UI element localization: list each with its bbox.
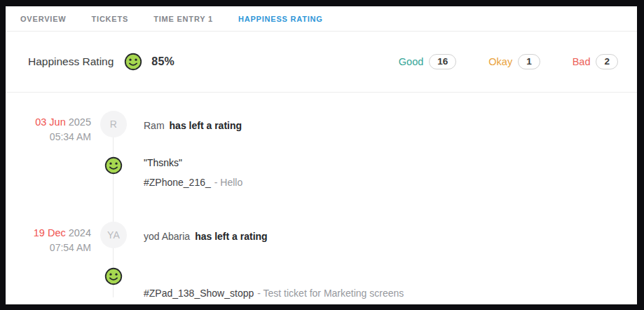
- happy-face-icon: [104, 267, 123, 285]
- tab-happiness-rating[interactable]: HAPPINESS RATING: [238, 15, 323, 23]
- contact-name: Ram: [144, 120, 165, 131]
- tab-tickets[interactable]: TICKETS: [92, 15, 129, 23]
- ticket-id-link[interactable]: #ZPad_138_Show_stopp: [144, 288, 254, 299]
- entry-title: yod Abariahas left a rating: [136, 222, 637, 255]
- stat-good[interactable]: Good 16: [399, 54, 457, 69]
- rating-comment: "Thsnks": [144, 154, 637, 172]
- entry-rating-row: "Thsnks" #ZPhone_216_- Hello: [6, 154, 637, 189]
- entry-title: Ramhas left a rating: [136, 111, 637, 144]
- happiness-header: Happiness Rating 85% Good 16 Okay 1 Bad …: [6, 32, 637, 93]
- stat-bad[interactable]: Bad 2: [573, 54, 618, 69]
- rating-details: "Thsnks" #ZPhone_216_- Hello: [136, 154, 637, 189]
- page-title: Happiness Rating: [28, 55, 114, 68]
- rating-icon-column: [91, 154, 136, 189]
- stat-okay-label: Okay: [488, 56, 512, 67]
- avatar: YA: [100, 222, 127, 248]
- ticket-reference: #ZPad_138_Show_stopp- Test ticket for Ma…: [144, 286, 637, 300]
- happy-face-icon: [124, 53, 142, 71]
- rating-stats: Good 16 Okay 1 Bad 2: [399, 54, 618, 69]
- entry-date: 03 Jun: [35, 116, 66, 128]
- stat-okay[interactable]: Okay 1: [488, 54, 540, 69]
- entry-date: 19 Dec: [34, 227, 66, 238]
- tab-bar: OVERVIEW TICKETS TIME ENTRY 1 HAPPINESS …: [6, 6, 637, 32]
- entry-time: 07:54 AM: [6, 241, 91, 255]
- entry-datetime: 03 Jun2025 05:34 AM: [6, 111, 91, 144]
- rating-entry: 19 Dec2024 07:54 AM YA yod Abariahas lef…: [6, 222, 637, 300]
- avatar-column: R: [91, 111, 136, 144]
- entry-header-row: 19 Dec2024 07:54 AM YA yod Abariahas lef…: [6, 222, 637, 255]
- happy-face-icon: [104, 156, 123, 175]
- happiness-score: 85%: [151, 55, 174, 68]
- ticket-subject: - Hello: [214, 177, 242, 188]
- stat-okay-count[interactable]: 1: [518, 54, 540, 69]
- rating-comment: [144, 264, 637, 283]
- entry-year: 2024: [69, 227, 91, 238]
- rating-timeline: 03 Jun2025 05:34 AM R Ramhas left a rati…: [6, 93, 637, 304]
- entry-rating-row: #ZPad_138_Show_stopp- Test ticket for Ma…: [6, 264, 637, 300]
- rating-entry: 03 Jun2025 05:34 AM R Ramhas left a rati…: [6, 111, 637, 189]
- happiness-rating-panel: OVERVIEW TICKETS TIME ENTRY 1 HAPPINESS …: [6, 6, 637, 304]
- tab-time-entry[interactable]: TIME ENTRY 1: [153, 15, 213, 23]
- stat-good-label: Good: [399, 56, 423, 67]
- contact-name: yod Abaria: [144, 231, 190, 242]
- entry-action-text: has left a rating: [170, 120, 242, 131]
- entry-header-row: 03 Jun2025 05:34 AM R Ramhas left a rati…: [6, 111, 637, 144]
- stat-bad-label: Bad: [573, 56, 591, 67]
- tab-overview[interactable]: OVERVIEW: [20, 15, 67, 23]
- avatar-column: YA: [91, 222, 136, 255]
- ticket-id-link[interactable]: #ZPhone_216_: [144, 177, 211, 188]
- entry-year: 2025: [69, 116, 91, 128]
- ticket-subject: - Test ticket for Marketing screens: [257, 288, 404, 299]
- entry-datetime: 19 Dec2024 07:54 AM: [6, 222, 91, 255]
- stat-good-count[interactable]: 16: [429, 54, 456, 69]
- rating-details: #ZPad_138_Show_stopp- Test ticket for Ma…: [136, 264, 637, 300]
- stat-bad-count[interactable]: 2: [596, 54, 618, 69]
- ticket-reference: #ZPhone_216_- Hello: [144, 175, 637, 189]
- entry-time: 05:34 AM: [6, 130, 91, 144]
- entry-action-text: has left a rating: [195, 231, 267, 242]
- screenshot-frame: OVERVIEW TICKETS TIME ENTRY 1 HAPPINESS …: [0, 0, 644, 310]
- avatar: R: [100, 111, 127, 137]
- rating-icon-column: [91, 264, 136, 300]
